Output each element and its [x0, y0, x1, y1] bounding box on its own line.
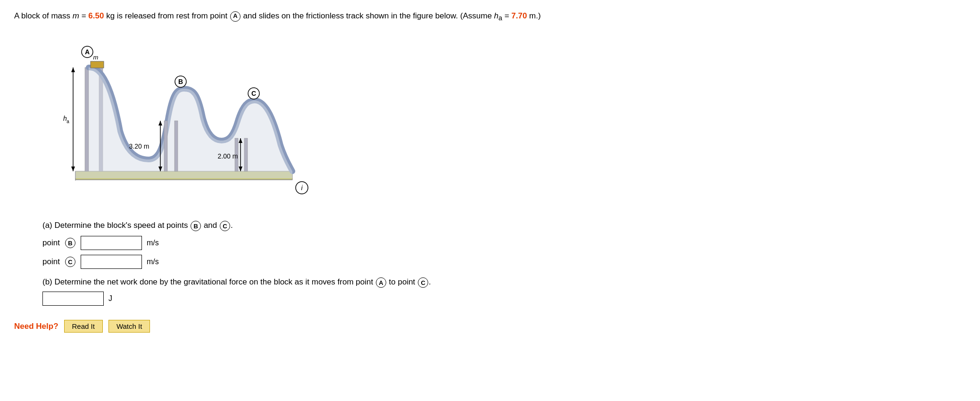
- point-b-row: point B m/s: [42, 236, 966, 250]
- point-c-input[interactable]: [81, 255, 142, 269]
- physics-figure: A m B C h a 3.20 m 2.00 m i: [42, 32, 325, 202]
- svg-text:A: A: [85, 48, 90, 56]
- point-a-circle-header: A: [230, 11, 241, 22]
- svg-text:m: m: [93, 54, 99, 61]
- svg-rect-3: [85, 67, 89, 171]
- svg-text:2.00 m: 2.00 m: [218, 152, 238, 160]
- point-c-unit: m/s: [147, 258, 159, 266]
- part-a-label: (a) Determine the block's speed at point…: [42, 221, 966, 231]
- point-c-row: point C m/s: [42, 255, 966, 269]
- figure-container: A m B C h a 3.20 m 2.00 m i: [42, 32, 325, 211]
- point-a-circle-b: A: [376, 277, 386, 288]
- read-it-button[interactable]: Read It: [64, 320, 103, 333]
- svg-text:C: C: [251, 90, 256, 97]
- part-a-section: (a) Determine the block's speed at point…: [42, 221, 966, 269]
- svg-rect-6: [174, 121, 178, 171]
- svg-marker-18: [71, 67, 75, 72]
- part-b-label: (b) Determine the net work done by the g…: [42, 277, 966, 288]
- part-b-unit: J: [108, 294, 112, 303]
- point-b-circle-a: B: [191, 221, 201, 231]
- svg-marker-23: [158, 121, 162, 125]
- svg-text:a: a: [66, 119, 69, 124]
- part-b-section: (b) Determine the net work done by the g…: [42, 277, 966, 306]
- need-help-label: Need Help?: [14, 322, 58, 331]
- point-c-label-circle: C: [65, 257, 75, 267]
- help-section: Need Help? Read It Watch It: [14, 320, 966, 333]
- svg-rect-8: [244, 138, 248, 171]
- point-b-input[interactable]: [81, 236, 142, 250]
- problem-statement: A block of mass m = 6.50 kg is released …: [14, 9, 966, 24]
- svg-marker-19: [71, 167, 75, 171]
- part-b-input-row: J: [42, 292, 966, 306]
- point-b-unit: m/s: [147, 239, 159, 247]
- point-c-circle-a: C: [220, 221, 230, 231]
- svg-text:3.20 m: 3.20 m: [129, 142, 149, 150]
- svg-rect-5: [164, 121, 167, 171]
- point-b-label-circle: B: [65, 238, 75, 248]
- watch-it-button[interactable]: Watch It: [108, 320, 150, 333]
- svg-rect-9: [91, 61, 104, 68]
- point-c-circle-b: C: [418, 277, 428, 288]
- svg-text:B: B: [178, 78, 183, 85]
- part-b-input[interactable]: [42, 292, 104, 306]
